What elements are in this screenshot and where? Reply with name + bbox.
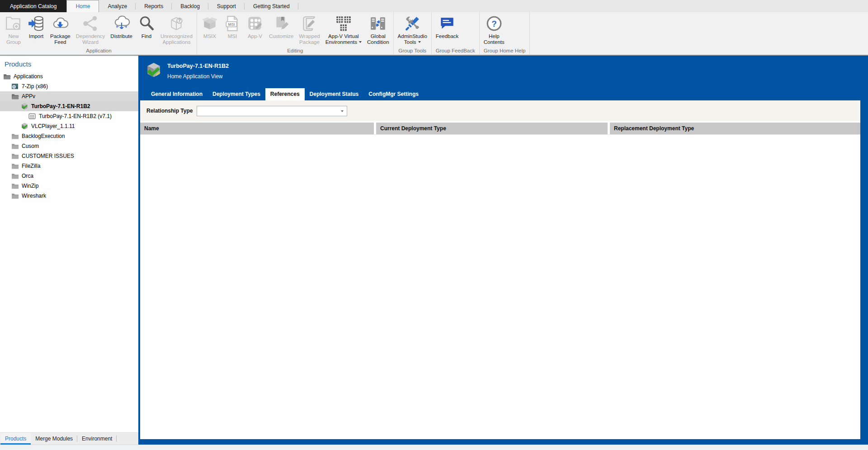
menu-tab-reports[interactable]: Reports — [136, 0, 172, 12]
folder-icon — [11, 163, 19, 170]
tree-item-label: BacklogExecution — [22, 133, 65, 139]
column-header-replacement-deployment-type[interactable]: Replacement Deployment Type — [610, 123, 860, 134]
tree-item-orca[interactable]: Orca — [0, 171, 138, 181]
distribute-button[interactable]: Distribute — [108, 13, 135, 39]
menu-tab-getting-started[interactable]: Getting Started — [245, 0, 298, 12]
application-title: TurboPay-7.1-EN-R1B2 — [167, 63, 229, 69]
bottom-tab-environment[interactable]: Environment — [77, 433, 117, 445]
ribbon-group-label: Group FeedBack — [433, 46, 478, 55]
application-view-tabs: General Information Deployment Types Ref… — [140, 88, 860, 100]
relationship-type-row: Relationship Type — [140, 100, 860, 121]
ribbon-group-label: Editing — [198, 46, 392, 55]
msi-button[interactable]: MSI MSI — [221, 13, 244, 39]
application-subtitle: Home Application View — [167, 73, 229, 80]
dependency-wizard-icon — [82, 14, 99, 33]
menu-tab-backlog[interactable]: Backlog — [172, 0, 208, 12]
tab-deployment-status[interactable]: Deployment Status — [305, 88, 364, 100]
menu-tab-home[interactable]: Home — [66, 0, 99, 12]
application-view-panel: TurboPay-7.1-EN-R1B2 Home Application Vi… — [138, 56, 868, 445]
tree-item-turbopay[interactable]: TurboPay-7.1-EN-R1B2 — [0, 101, 138, 111]
msix-button[interactable]: MSIX — [198, 13, 221, 39]
bottom-tab-products[interactable]: Products — [0, 433, 31, 445]
tree-item-backlogexecution[interactable]: BacklogExecution — [0, 131, 138, 141]
products-sidebar: Products Applications 7-Zip (x86) — [0, 56, 138, 445]
new-group-button[interactable]: NewGroup — [2, 13, 25, 45]
tree-item-winzip[interactable]: WinZip — [0, 181, 138, 191]
relationship-type-dropdown[interactable] — [197, 106, 347, 116]
folder-icon — [11, 153, 19, 160]
global-condition-icon — [369, 14, 387, 33]
msix-icon — [201, 14, 218, 33]
tree-item-label: VLCPlayer_1.1.11 — [31, 123, 75, 129]
dependency-wizard-button[interactable]: DependencyWizard — [73, 13, 108, 45]
application-window: Application Catalog Home Analyze Reports… — [0, 0, 868, 450]
global-condition-button[interactable]: GlobalCondition — [364, 13, 392, 45]
new-group-icon — [5, 14, 22, 33]
menu-tab-support[interactable]: Support — [208, 0, 245, 12]
relationship-type-label: Relationship Type — [146, 108, 193, 114]
products-tree: Applications 7-Zip (x86) APPv — [0, 71, 138, 432]
ribbon-group-editing: MSIX MSI MSI — [197, 12, 394, 55]
tree-item-label: WinZip — [22, 183, 38, 189]
application-catalog-tab[interactable]: Application Catalog — [0, 0, 66, 12]
menu-bar: Application Catalog Home Analyze Reports… — [0, 0, 868, 12]
tab-configmgr-settings[interactable]: ConfigMgr Settings — [363, 88, 424, 100]
app-v-virtual-environments-button[interactable]: App-V VirtualEnvironments — [323, 13, 364, 45]
adminstudio-tools-button[interactable]: AdminStudioTools — [395, 13, 430, 45]
tree-item-label: Cusom — [22, 143, 39, 149]
tree-item-wireshark[interactable]: Wireshark — [0, 191, 138, 201]
feedback-button[interactable]: Feedback — [433, 13, 462, 39]
application-icon — [11, 83, 19, 90]
bottom-tab-merge-modules[interactable]: Merge Modules — [31, 433, 77, 445]
tree-item-cusom[interactable]: Cusom — [0, 141, 138, 151]
unrecognized-applications-button[interactable]: ? UnrecognizedApplications — [158, 13, 195, 45]
wrapped-package-button[interactable]: WrappedPackage — [296, 13, 322, 45]
ribbon-group-help: ? HelpContents Group Home Help — [480, 12, 530, 55]
sidebar-title: Products — [0, 56, 138, 71]
menu-tab-analyze[interactable]: Analyze — [99, 0, 136, 12]
appv-package-icon — [21, 123, 28, 130]
tree-item-7zip[interactable]: 7-Zip (x86) — [0, 81, 138, 91]
import-icon — [28, 14, 45, 33]
wrapped-package-icon — [301, 14, 318, 33]
references-content: Relationship Type Name Current Deploymen… — [140, 100, 860, 439]
find-button[interactable]: Find — [135, 13, 158, 39]
svg-text:?: ? — [178, 18, 181, 23]
unrecognized-applications-icon: ? — [168, 14, 185, 33]
column-header-name[interactable]: Name — [140, 123, 374, 134]
import-button[interactable]: Import — [25, 13, 47, 39]
ribbon-group-label: Group Home Help — [481, 46, 528, 55]
tab-general-information[interactable]: General Information — [146, 88, 208, 100]
tree-item-label: Wireshark — [22, 193, 46, 199]
app-v-icon — [246, 14, 264, 33]
svg-text:MSI: MSI — [228, 22, 235, 27]
folder-icon — [11, 183, 19, 189]
tree-item-turbopay-v71[interactable]: TurboPay-7.1-EN-R1B2 (v7.1) — [0, 111, 138, 121]
package-feed-button[interactable]: PackageFeed — [47, 13, 73, 45]
tree-item-label: FileZilla — [22, 163, 40, 169]
app-v-button[interactable]: App-V — [244, 13, 266, 39]
header-text: TurboPay-7.1-EN-R1B2 Home Application Vi… — [167, 62, 229, 86]
tree-item-filezilla[interactable]: FileZilla — [0, 161, 138, 171]
tree-item-vlcplayer[interactable]: VLCPlayer_1.1.11 — [0, 121, 138, 131]
appv-package-icon — [21, 103, 28, 110]
tab-references[interactable]: References — [265, 88, 305, 100]
help-contents-icon: ? — [486, 14, 503, 33]
tree-item-appv-folder[interactable]: APPv — [0, 91, 138, 101]
tree-item-label: 7-Zip (x86) — [22, 83, 48, 90]
folder-icon — [11, 143, 19, 150]
ribbon-group-tools: AdminStudioTools Group Tools — [394, 12, 432, 55]
tree-item-label: CUSTOMER ISSUES — [22, 153, 74, 159]
folder-icon — [11, 193, 19, 199]
column-header-current-deployment-type[interactable]: Current Deployment Type — [376, 123, 608, 134]
tree-item-applications[interactable]: Applications — [0, 71, 138, 81]
tree-item-customer-issues[interactable]: CUSTOMER ISSUES — [0, 151, 138, 161]
customize-button[interactable]: Customize — [266, 13, 296, 39]
adminstudio-tools-icon — [404, 14, 421, 33]
msi-icon: MSI — [224, 14, 241, 33]
references-table-body[interactable] — [140, 134, 860, 439]
tab-deployment-types[interactable]: Deployment Types — [208, 88, 265, 100]
tree-item-label: TurboPay-7.1-EN-R1B2 (v7.1) — [39, 113, 112, 119]
help-contents-button[interactable]: ? HelpContents — [481, 13, 507, 45]
tree-item-label: TurboPay-7.1-EN-R1B2 — [31, 103, 90, 109]
